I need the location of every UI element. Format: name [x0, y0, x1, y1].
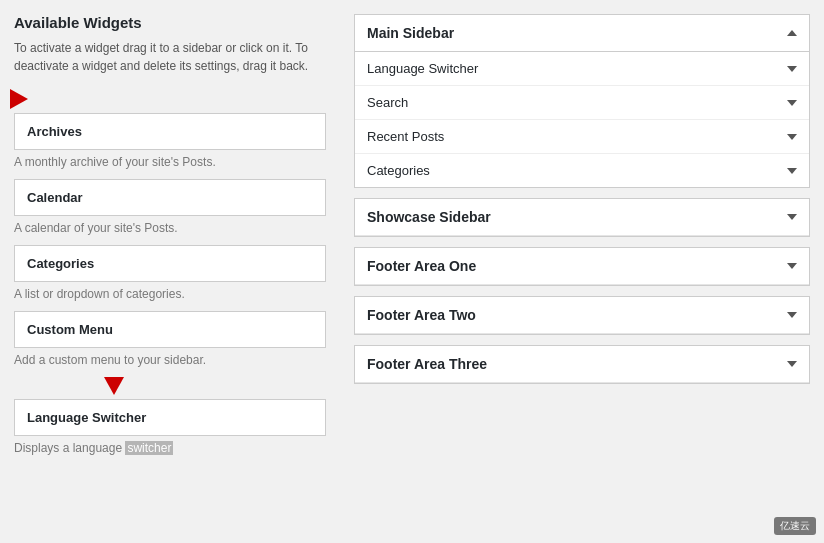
intro-text: To activate a widget drag it to a sideba…	[14, 39, 326, 75]
sidebar-title-footer-one: Footer Area One	[367, 258, 476, 274]
widget-archives-desc: A monthly archive of your site's Posts.	[14, 155, 326, 169]
sidebar-title-showcase: Showcase Sidebar	[367, 209, 491, 225]
sidebar-title-footer-two: Footer Area Two	[367, 307, 476, 323]
sidebar-widget-categories[interactable]: Categories	[355, 154, 809, 187]
sidebar-section-showcase: Showcase Sidebar	[354, 198, 810, 237]
widget-archives-title: Archives	[27, 124, 313, 139]
widget-custom-menu-desc: Add a custom menu to your sidebar.	[14, 353, 326, 367]
widget-custom-menu[interactable]: Custom Menu	[14, 311, 326, 348]
widget-categories-desc: A list or dropdown of categories.	[14, 287, 326, 301]
widget-language-switcher-desc: Displays a language switcher	[14, 441, 326, 455]
chevron-down-icon	[787, 263, 797, 269]
widget-language-switcher-title: Language Switcher	[27, 410, 313, 425]
sidebar-widget-search-label: Search	[367, 95, 408, 110]
sidebar-header-footer-two[interactable]: Footer Area Two	[355, 297, 809, 334]
sidebar-header-footer-one[interactable]: Footer Area One	[355, 248, 809, 285]
widget-categories-title: Categories	[27, 256, 313, 271]
sidebar-widget-language-switcher-label: Language Switcher	[367, 61, 478, 76]
widget-calendar-title: Calendar	[27, 190, 313, 205]
widget-calendar-desc: A calendar of your site's Posts.	[14, 221, 326, 235]
widget-calendar[interactable]: Calendar	[14, 179, 326, 216]
chevron-down-icon	[787, 66, 797, 72]
sidebar-section-footer-two: Footer Area Two	[354, 296, 810, 335]
available-widgets-panel: Available Widgets To activate a widget d…	[0, 0, 340, 543]
right-arrow-icon	[10, 89, 28, 109]
watermark: 亿速云	[774, 517, 816, 535]
chevron-down-icon	[787, 214, 797, 220]
chevron-down-icon	[787, 361, 797, 367]
sidebar-section-footer-three: Footer Area Three	[354, 345, 810, 384]
highlight-switcher: switcher	[125, 441, 173, 455]
sidebar-header-showcase[interactable]: Showcase Sidebar	[355, 199, 809, 236]
widget-language-switcher[interactable]: Language Switcher	[14, 399, 326, 436]
sidebar-section-footer-one: Footer Area One	[354, 247, 810, 286]
sidebar-section-main: Main Sidebar Language Switcher Search Re…	[354, 14, 810, 188]
chevron-down-icon	[787, 168, 797, 174]
sidebar-widget-categories-label: Categories	[367, 163, 430, 178]
sidebar-title-footer-three: Footer Area Three	[367, 356, 487, 372]
sidebar-header-main[interactable]: Main Sidebar	[355, 15, 809, 52]
sidebar-header-footer-three[interactable]: Footer Area Three	[355, 346, 809, 383]
down-arrow-icon	[104, 377, 124, 395]
chevron-down-icon	[787, 312, 797, 318]
sidebar-widget-language-switcher[interactable]: Language Switcher	[355, 52, 809, 86]
panel-title: Available Widgets	[14, 14, 326, 31]
widget-categories[interactable]: Categories	[14, 245, 326, 282]
chevron-down-icon	[787, 100, 797, 106]
sidebar-widget-recent-posts-label: Recent Posts	[367, 129, 444, 144]
right-arrow-indicator	[10, 89, 326, 109]
sidebar-widget-search[interactable]: Search	[355, 86, 809, 120]
chevron-down-icon	[787, 134, 797, 140]
sidebar-title-main: Main Sidebar	[367, 25, 454, 41]
widget-custom-menu-title: Custom Menu	[27, 322, 313, 337]
down-arrow-indicator	[104, 377, 326, 395]
chevron-up-icon	[787, 30, 797, 36]
sidebar-widget-recent-posts[interactable]: Recent Posts	[355, 120, 809, 154]
widget-archives[interactable]: Archives	[14, 113, 326, 150]
sidebar-management-panel: Main Sidebar Language Switcher Search Re…	[340, 0, 824, 543]
